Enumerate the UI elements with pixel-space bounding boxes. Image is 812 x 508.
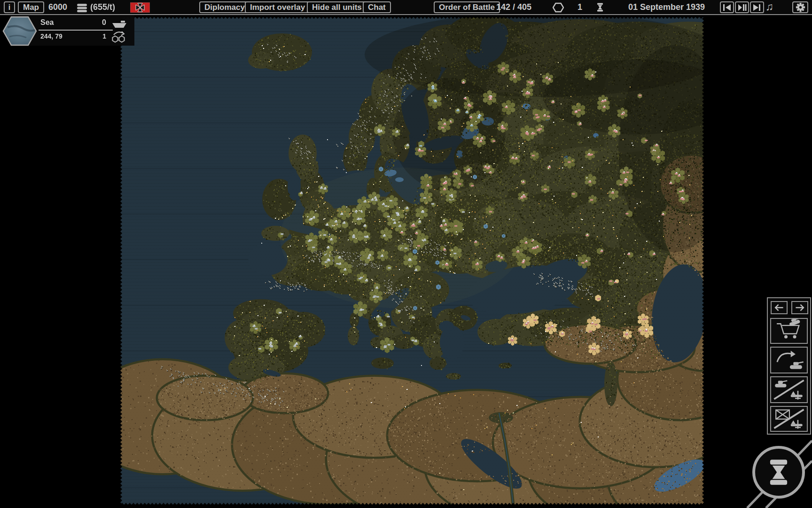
unit-control-panel <box>767 297 811 435</box>
end-turn-button[interactable] <box>752 446 805 499</box>
german-cross-flag-icon[interactable] <box>130 2 150 15</box>
tile-movement-cost: 1 <box>89 32 106 40</box>
gear-icon <box>796 2 805 12</box>
hide-all-units-button[interactable]: Hide all units <box>307 1 367 13</box>
diplomacy-button[interactable]: Diplomacy <box>199 1 250 13</box>
play-pause-icon <box>738 4 747 11</box>
game-date: 01 September 1939 <box>611 2 705 12</box>
money-value: 6000 <box>48 2 67 12</box>
toggle-mail-air-icon <box>771 407 807 431</box>
ship-icon <box>112 19 127 31</box>
info-button[interactable]: i <box>4 1 15 13</box>
hexagon-counter-icon <box>553 2 564 15</box>
units-deployed-count: 142 / 405 <box>496 2 531 12</box>
chat-button[interactable]: Chat <box>363 1 391 13</box>
tile-panel-divider <box>39 30 113 31</box>
skip-back-button[interactable] <box>720 1 734 13</box>
music-note-icon[interactable]: ♫ <box>765 0 773 13</box>
play-pause-button[interactable] <box>735 1 749 13</box>
coin-stack-icon <box>77 3 88 15</box>
move-unit-button[interactable] <box>770 347 808 373</box>
info-icon: i <box>8 3 10 12</box>
game-window: { "top_bar": { "info_label": "i", "map_l… <box>0 0 812 508</box>
toggle-messages-air-button[interactable] <box>770 406 808 432</box>
sea-hex-preview <box>2 16 38 48</box>
turn-number: 1 <box>574 2 586 12</box>
import-overlay-button[interactable]: Import overlay <box>245 1 310 13</box>
toggle-ground-air-button[interactable] <box>770 376 808 403</box>
hex-map-canvas[interactable] <box>120 17 704 505</box>
tile-defense-value: 0 <box>89 18 106 27</box>
terrain-name: Sea <box>40 18 54 27</box>
hourglass-circle-icon <box>769 460 789 485</box>
top-bar: i Map 6000 (655/t) Diplomacy Import over… <box>0 0 812 15</box>
hex-move-cost-icon <box>111 31 127 46</box>
next-unit-button[interactable] <box>791 301 808 314</box>
skip-forward-button[interactable] <box>750 1 764 13</box>
purchase-units-button[interactable] <box>770 318 808 344</box>
tile-coordinates: 244, 79 <box>40 32 62 40</box>
order-of-battle-button[interactable]: Order of Battle <box>434 1 500 13</box>
arrow-left-icon <box>772 303 786 312</box>
hourglass-icon <box>597 3 603 14</box>
arrow-right-icon <box>793 303 807 312</box>
skip-back-icon <box>723 4 731 11</box>
map-button[interactable]: Map <box>18 1 44 13</box>
purchase-cart-tank-icon <box>771 319 807 343</box>
skip-forward-icon <box>753 4 761 11</box>
toggle-ground-air-icon <box>771 377 807 402</box>
prev-unit-button[interactable] <box>771 301 788 314</box>
income-per-turn: (655/t) <box>90 2 115 12</box>
move-arrow-tank-icon <box>771 348 807 373</box>
settings-button[interactable] <box>792 1 808 13</box>
